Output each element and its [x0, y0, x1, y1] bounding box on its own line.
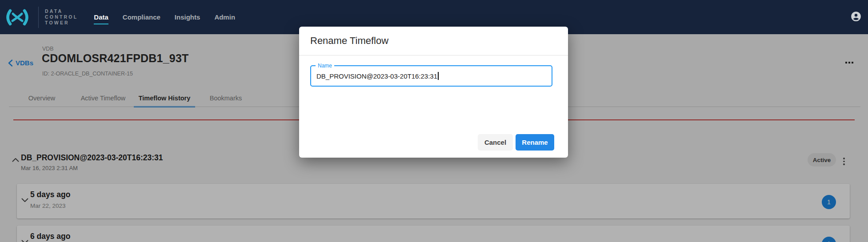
brand-text: DATA CONTROL TOWER [45, 8, 78, 26]
dialog-title: Rename Timeflow [310, 35, 388, 47]
rename-button[interactable]: Rename [516, 134, 554, 151]
nav-item-compliance[interactable]: Compliance [123, 11, 160, 24]
text-caret [438, 72, 439, 80]
dialog-footer: Cancel Rename [299, 134, 568, 158]
dialog-body: Name DB_PROVISION@2023-03-20T16:23:31 [299, 56, 568, 87]
name-input[interactable]: Name DB_PROVISION@2023-03-20T16:23:31 [310, 65, 552, 87]
nav-item-data[interactable]: Data [94, 11, 108, 24]
dialog-header: Rename Timeflow [299, 27, 568, 56]
main-nav: Data Compliance Insights Admin [94, 11, 235, 24]
account-menu-button[interactable] [850, 11, 862, 24]
cancel-button[interactable]: Cancel [478, 134, 513, 151]
logo-divider [38, 7, 39, 28]
account-circle-icon [850, 11, 862, 22]
delphix-logo-icon [4, 8, 30, 27]
rename-timeflow-dialog: Rename Timeflow Name DB_PROVISION@2023-0… [299, 27, 568, 158]
nav-item-insights[interactable]: Insights [175, 11, 200, 24]
name-input-value: DB_PROVISION@2023-03-20T16:23:31 [316, 72, 437, 80]
app-logo[interactable]: DATA CONTROL TOWER [4, 7, 78, 28]
nav-item-admin[interactable]: Admin [214, 11, 235, 24]
name-input-label: Name [316, 63, 334, 69]
